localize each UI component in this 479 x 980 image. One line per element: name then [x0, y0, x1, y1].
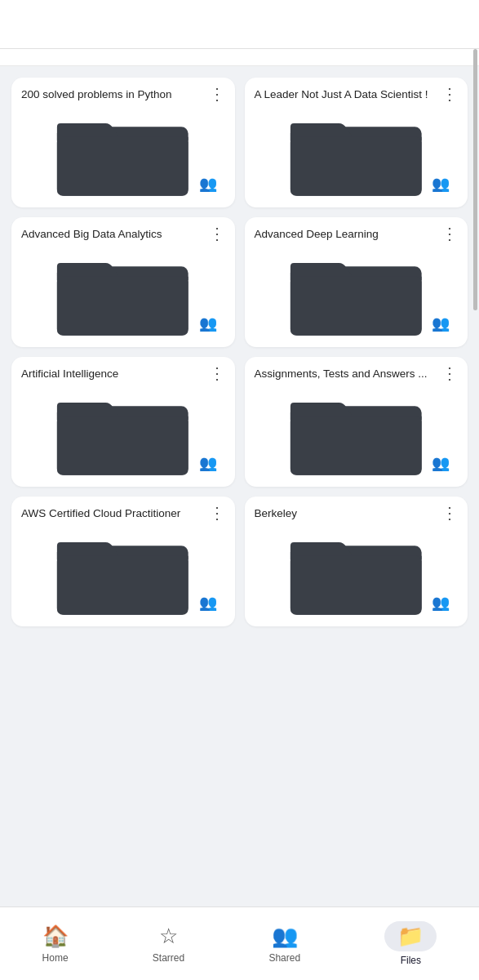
nav-item-shared[interactable]: 👥 Shared — [252, 919, 317, 969]
shared-people-icon: 👥 — [199, 314, 217, 332]
svg-rect-3 — [291, 137, 422, 196]
folder-card[interactable]: 200 solved problems in Python ⋮ 👥 — [11, 78, 235, 207]
folder-more-icon[interactable]: ⋮ — [209, 86, 225, 102]
folder-icon-wrap: 👥 — [21, 528, 225, 618]
folder-name: Berkeley — [255, 506, 442, 522]
folder-more-icon[interactable]: ⋮ — [441, 505, 458, 521]
scrollbar[interactable] — [473, 49, 477, 310]
folder-card-header: Advanced Big Data Analytics ⋮ — [21, 227, 225, 243]
nav-icon-home: 🏠 — [42, 924, 69, 949]
folder-svg-icon — [264, 249, 448, 339]
nav-item-home[interactable]: 🏠 Home — [26, 919, 85, 969]
folder-more-icon[interactable]: ⋮ — [209, 365, 225, 381]
folder-name: AWS Certified Cloud Practitioner — [21, 506, 209, 522]
folder-svg-icon — [31, 109, 215, 199]
nav-item-starred[interactable]: ☆ Starred — [136, 919, 201, 969]
svg-rect-15 — [291, 555, 422, 614]
folder-card-header: AWS Certified Cloud Practitioner ⋮ — [21, 506, 225, 522]
shared-people-icon: 👥 — [432, 594, 450, 612]
nav-label-starred: Starred — [153, 952, 184, 964]
folder-more-icon[interactable]: ⋮ — [441, 86, 458, 102]
folder-card-header: 200 solved problems in Python ⋮ — [21, 87, 225, 103]
svg-rect-13 — [57, 555, 188, 614]
folder-icon-wrap: 👥 — [255, 389, 459, 479]
nav-item-files[interactable]: 📁 Files — [368, 916, 453, 971]
svg-rect-1 — [57, 137, 188, 196]
svg-rect-7 — [291, 277, 422, 336]
top-bar — [0, 0, 479, 49]
folder-more-icon[interactable]: ⋮ — [209, 225, 225, 242]
folder-name: A Leader Not Just A Data Scientist ! — [255, 87, 442, 103]
folder-card[interactable]: A Leader Not Just A Data Scientist ! ⋮ 👥 — [245, 78, 468, 207]
folder-icon-wrap: 👥 — [21, 389, 225, 479]
shared-people-icon: 👥 — [199, 594, 217, 612]
folder-card[interactable]: Advanced Big Data Analytics ⋮ 👥 — [11, 217, 235, 347]
folder-icon-wrap: 👥 — [255, 109, 459, 199]
folder-icon-wrap: 👥 — [255, 249, 459, 339]
folder-svg-icon — [264, 389, 448, 479]
folder-more-icon[interactable]: ⋮ — [441, 225, 458, 242]
folder-card-header: Assignments, Tests and Answers ... ⋮ — [255, 367, 459, 382]
folder-card[interactable]: Advanced Deep Learning ⋮ 👥 — [245, 217, 468, 347]
folder-name: Assignments, Tests and Answers ... — [255, 367, 442, 382]
nav-label-shared: Shared — [268, 952, 300, 964]
nav-label-files: Files — [401, 955, 421, 966]
nav-icon-starred: ☆ — [159, 924, 178, 949]
folder-icon-wrap: 👥 — [21, 109, 225, 199]
svg-rect-5 — [57, 277, 188, 336]
shared-people-icon: 👥 — [432, 454, 450, 472]
shared-people-icon: 👥 — [199, 175, 217, 193]
sort-bar — [0, 49, 479, 66]
shared-people-icon: 👥 — [432, 175, 450, 193]
folder-more-icon[interactable]: ⋮ — [209, 505, 225, 521]
folder-name: Advanced Deep Learning — [255, 227, 442, 243]
folder-name: Advanced Big Data Analytics — [21, 227, 209, 243]
folder-card-header: Berkeley ⋮ — [255, 506, 459, 522]
folder-svg-icon — [31, 389, 215, 479]
nav-icon-pill: 📁 — [384, 921, 437, 951]
folder-card-header: A Leader Not Just A Data Scientist ! ⋮ — [255, 87, 459, 103]
svg-rect-9 — [57, 416, 188, 475]
folder-grid: 200 solved problems in Python ⋮ 👥 A Lead… — [0, 66, 479, 708]
folder-svg-icon — [31, 249, 215, 339]
shared-people-icon: 👥 — [432, 314, 450, 332]
folder-more-icon[interactable]: ⋮ — [441, 365, 458, 381]
folder-card[interactable]: Artificial Intelligence ⋮ 👥 — [11, 357, 235, 487]
nav-label-home: Home — [42, 952, 69, 964]
folder-svg-icon — [31, 528, 215, 618]
folder-name: 200 solved problems in Python — [21, 87, 209, 103]
folder-icon-wrap: 👥 — [21, 249, 225, 339]
bottom-nav: 🏠 Home ☆ Starred 👥 Shared 📁 Files — [0, 906, 479, 980]
folder-card[interactable]: AWS Certified Cloud Practitioner ⋮ 👥 — [11, 497, 235, 626]
folder-svg-icon — [264, 109, 448, 199]
folder-icon-wrap: 👥 — [255, 528, 459, 618]
folder-name: Artificial Intelligence — [21, 367, 209, 382]
folder-card-header: Advanced Deep Learning ⋮ — [255, 227, 459, 243]
folder-card-header: Artificial Intelligence ⋮ — [21, 367, 225, 382]
nav-icon-files: 📁 — [397, 924, 424, 949]
folder-svg-icon — [264, 528, 448, 618]
folder-card[interactable]: Berkeley ⋮ 👥 — [245, 497, 468, 626]
folder-card[interactable]: Assignments, Tests and Answers ... ⋮ 👥 — [245, 357, 468, 487]
svg-rect-11 — [291, 416, 422, 475]
nav-icon-shared: 👥 — [272, 924, 298, 949]
shared-people-icon: 👥 — [199, 454, 217, 472]
